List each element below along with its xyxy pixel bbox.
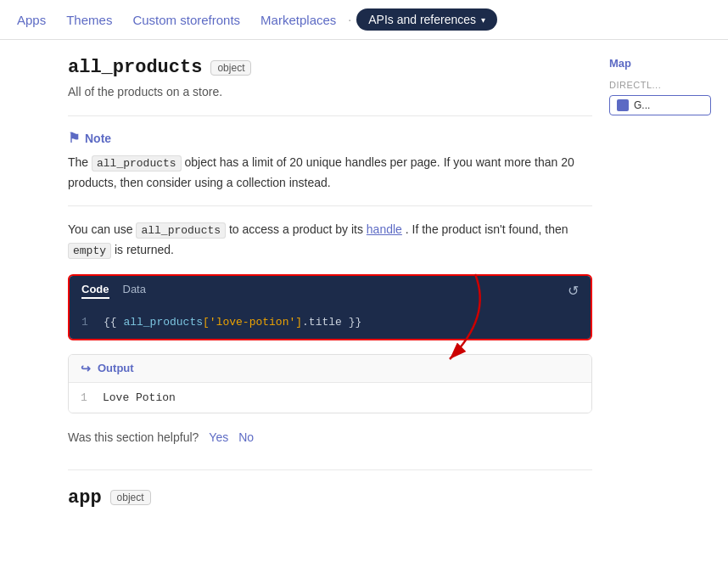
code-key: ['love-potion']	[203, 316, 302, 329]
sidebar-item-icon	[617, 99, 629, 111]
code-open-bracket: {{	[104, 316, 123, 329]
note-box: ⚑ Note The all_products object has a lim…	[68, 130, 592, 192]
sidebar-section-title: Directl...	[609, 80, 711, 90]
nav-themes[interactable]: Themes	[56, 9, 122, 31]
divider-2	[68, 205, 592, 206]
helpful-question: Was this section helpful?	[68, 430, 199, 444]
nav-apps[interactable]: Apps	[17, 9, 56, 31]
tab-code[interactable]: Code	[81, 283, 109, 299]
helpful-no-button[interactable]: No	[238, 430, 254, 444]
helpful-yes-button[interactable]: Yes	[209, 430, 228, 444]
code-variable: all_products	[123, 316, 203, 329]
code-tabs: Code Data	[81, 283, 146, 299]
second-section-badge: object	[110, 490, 151, 505]
second-section-title: app	[68, 487, 102, 509]
main-paragraph: You can use all_products to access a pro…	[68, 220, 592, 261]
code-block-header: Code Data ↺	[70, 276, 591, 306]
nav-custom-storefronts[interactable]: Custom storefronts	[122, 9, 250, 31]
code-content: {{ all_products['love-potion'].title }}	[104, 316, 361, 329]
code-body: 1 {{ all_products['love-potion'].title }…	[70, 306, 591, 339]
sidebar-item[interactable]: G...	[609, 95, 711, 115]
sidebar-map-link[interactable]: Map	[609, 57, 711, 70]
helpful-section: Was this section helpful? Yes No	[68, 430, 592, 444]
output-line-1: 1 Love Potion	[81, 391, 580, 404]
sidebar-item-label: G...	[634, 99, 650, 111]
handle-link[interactable]: handle	[367, 222, 402, 236]
top-nav: Apps Themes Custom storefronts Marketpla…	[0, 0, 728, 40]
output-box: ↪ Output 1 Love Potion	[68, 354, 592, 413]
para-inline-code-1: all_products	[136, 222, 226, 239]
code-block-container: Code Data ↺ 1 {{ all_products['love-poti…	[68, 274, 592, 340]
flag-icon: ⚑	[68, 130, 80, 146]
page-title-section: all_products object	[68, 57, 592, 78]
para-inline-code-2: empty	[68, 243, 111, 259]
refresh-icon[interactable]: ↺	[568, 283, 579, 299]
tab-data[interactable]: Data	[123, 283, 146, 299]
output-line-number: 1	[81, 391, 89, 404]
output-value: Love Potion	[103, 391, 176, 404]
code-block: Code Data ↺ 1 {{ all_products['love-poti…	[68, 274, 592, 340]
main-content: all_products object All of the products …	[68, 57, 592, 509]
page-title: all_products	[68, 57, 202, 78]
divider-1	[68, 115, 592, 116]
output-header: ↪ Output	[69, 355, 591, 383]
para-text-1: You can use	[68, 222, 136, 236]
nav-marketplaces[interactable]: Marketplaces	[250, 9, 346, 31]
nav-separator: ·	[348, 13, 351, 26]
code-line-1: 1 {{ all_products['love-potion'].title }…	[81, 316, 579, 329]
para-text-2: to access a product by its	[229, 222, 367, 236]
page-subtitle: All of the products on a store.	[68, 85, 592, 98]
para-text-4: is returned.	[115, 243, 174, 256]
nav-apis-dropdown[interactable]: APIs and references ▾	[356, 8, 497, 31]
second-section: app object	[68, 469, 592, 509]
note-text: The all_products object has a limit of 2…	[68, 153, 592, 192]
object-badge: object	[210, 60, 251, 76]
para-text-3: . If the product isn't found, then	[406, 222, 568, 236]
output-icon: ↪	[81, 362, 91, 375]
nav-apis-label: APIs and references	[368, 13, 476, 26]
sidebar: Map Directl... G...	[609, 57, 711, 509]
note-label: Note	[85, 132, 111, 145]
output-body: 1 Love Potion	[69, 383, 591, 413]
note-inline-code: all_products	[92, 155, 182, 171]
code-property: .title	[302, 316, 342, 329]
line-number-1: 1	[81, 316, 90, 329]
output-label: Output	[98, 362, 134, 374]
chevron-down-icon: ▾	[481, 15, 485, 25]
code-close-bracket: }}	[342, 316, 361, 329]
